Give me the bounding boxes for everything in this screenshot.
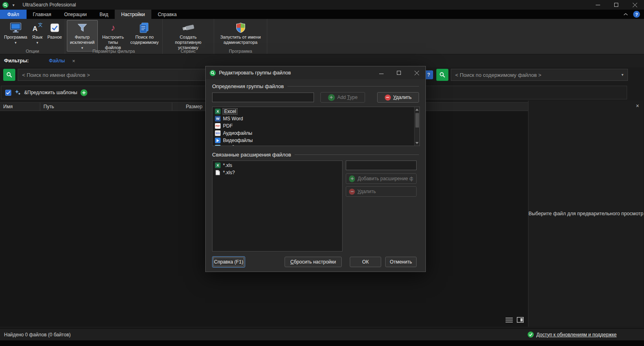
quick-access-caret-icon[interactable]: ▾ (11, 3, 16, 7)
file-types-button[interactable]: ♪ Настроить типы файлов (98, 20, 129, 51)
file-group-row[interactable]: WAV Аудиофайлы (213, 130, 419, 137)
column-header-name[interactable]: Имя (0, 103, 40, 111)
dialog-close-button[interactable] (408, 66, 425, 79)
tab-view[interactable]: Вид (93, 10, 115, 19)
updates-check-icon (528, 332, 534, 338)
updates-support-link[interactable]: Доступ к обновлениям и поддержке (537, 332, 617, 338)
reset-settings-button[interactable]: Сбросить настройки (285, 257, 342, 267)
ribbon-tab-bar: Файл Главная Операции Вид Настройки Спра… (0, 10, 644, 19)
app-logo-icon (2, 2, 8, 8)
extensions-list[interactable]: X *.xls *.xls? (212, 161, 343, 251)
ok-button[interactable]: ОК (350, 257, 381, 267)
title-bar: ▾ UltraSearch Professional (0, 0, 644, 10)
tab-help[interactable]: Справка (151, 10, 183, 19)
content-document-icon (140, 22, 149, 33)
file-groups-scrollbar[interactable] (414, 107, 419, 146)
file-group-row[interactable]: Изображения (213, 144, 419, 146)
dropdown-caret-icon: ▾ (36, 41, 38, 45)
usb-drive-icon (182, 22, 195, 33)
misc-button[interactable]: Разное (45, 20, 64, 41)
run-as-admin-button[interactable]: Запустить от имени администратора (216, 20, 265, 46)
new-group-name-input[interactable] (212, 93, 314, 102)
scroll-down-icon[interactable] (415, 140, 420, 146)
minus-icon (349, 189, 355, 195)
window-bottom-strip (0, 340, 644, 346)
pdf-icon: PDF (215, 123, 221, 129)
column-header-size[interactable]: Размер (172, 103, 206, 111)
checkbox-icon (50, 22, 60, 33)
scroll-up-icon[interactable] (415, 107, 420, 112)
preview-close-icon[interactable]: × (636, 103, 639, 109)
language-button[interactable]: А Язык ▾ (30, 20, 45, 45)
add-type-button[interactable]: Add Type (320, 92, 365, 103)
ribbon-group-program: Запустить от имени администратора Програ… (214, 19, 267, 54)
program-options-label: Программа (4, 35, 27, 40)
delete-extension-button[interactable]: Удалить (346, 186, 417, 197)
list-view-icon[interactable] (506, 317, 513, 323)
minimize-button[interactable] (588, 0, 607, 10)
status-bar: Найдено 0 файлов (0 байтов) Доступ к обн… (0, 328, 644, 340)
music-note-icon: ♪ (111, 22, 115, 33)
language-label: Язык (32, 35, 43, 40)
cancel-button[interactable]: Отменить (385, 257, 417, 267)
status-found-text: Найдено 0 файлов (0 байтов) (4, 332, 71, 338)
tab-home[interactable]: Главная (27, 10, 58, 19)
collapse-ribbon-icon[interactable] (621, 10, 630, 19)
view-toggles (506, 317, 524, 323)
add-extension-button[interactable]: Добавить расширение фай (346, 173, 417, 184)
name-search-icon (3, 69, 15, 81)
program-options-button[interactable]: Программа ▾ (2, 20, 30, 45)
preview-panel: × Выберите файл для предварительного про… (528, 101, 643, 327)
file-groups-list[interactable]: X Excel W MS Word PDF PDF WAV Аудиофайлы… (212, 107, 420, 146)
filter-tab-close-icon[interactable]: × (72, 58, 75, 64)
dialog-title-bar: Редактировать группы файлов (206, 66, 425, 79)
filter-bar: Фильтры: Файлы × (0, 54, 644, 67)
group-label-program: Программа (214, 49, 267, 54)
extension-row[interactable]: X *.xls (213, 162, 342, 169)
section-file-group-definitions: Определения группы файлов (212, 82, 419, 90)
content-search-dropdown-icon[interactable]: ▾ (621, 72, 623, 77)
language-icon: А (32, 22, 43, 33)
close-button[interactable] (625, 0, 644, 10)
scrollbar-thumb[interactable] (415, 113, 419, 128)
tab-file[interactable]: Файл (0, 10, 27, 19)
maximize-button[interactable] (607, 0, 625, 10)
file-group-row[interactable]: W MS Word (213, 115, 419, 122)
add-template-button[interactable] (80, 89, 87, 96)
exclusion-filter-button[interactable]: Фильтр исключений ▾ (67, 20, 98, 51)
run-as-admin-label: Запустить от имени администратора (220, 35, 261, 45)
excel-icon: X (215, 109, 221, 114)
suggest-templates-label: &Предложить шаблоны (24, 90, 77, 95)
file-group-row[interactable]: PDF PDF (213, 122, 419, 130)
exclusion-filter-label: Фильтр исключений ▾ (69, 35, 95, 51)
file-group-row[interactable]: Видеофайлы (213, 137, 419, 144)
dialog-minimize-button[interactable] (372, 66, 390, 79)
delete-group-button[interactable]: Удалить (377, 92, 419, 103)
tab-operations[interactable]: Операции (58, 10, 93, 19)
dialog-maximize-button[interactable] (390, 66, 408, 79)
uac-shield-icon (236, 22, 246, 33)
help-button[interactable]: Справка (F1) (212, 256, 245, 268)
extension-row[interactable]: *.xls? (213, 169, 342, 176)
preview-pane-icon[interactable] (517, 317, 524, 323)
ribbon-group-options: Программа ▾ А Язык ▾ Разное Опции (0, 19, 65, 54)
word-icon: W (215, 116, 221, 122)
content-search-input[interactable] (451, 69, 628, 81)
funnel-icon (77, 22, 87, 33)
filters-label: Фильтры: (4, 58, 29, 64)
monitor-icon (10, 22, 21, 33)
plus-icon (328, 94, 335, 101)
file-group-row[interactable]: X Excel (213, 108, 419, 115)
dialog-body: Определения группы файлов Add Type Удали… (206, 79, 425, 272)
tab-settings[interactable]: Настройки (115, 10, 151, 19)
dialog-app-icon (210, 70, 216, 76)
column-header-path[interactable]: Путь (40, 103, 172, 111)
suggest-templates-checkbox[interactable] (5, 90, 11, 96)
help-icon[interactable]: ? (633, 11, 640, 18)
filter-tab-files[interactable]: Файлы (49, 58, 65, 64)
sparkle-icon (14, 89, 21, 96)
new-extension-input[interactable] (346, 161, 417, 170)
portable-install-button[interactable]: Создать портативную установку (165, 20, 212, 51)
content-search-button[interactable]: Поиск по содержимому (128, 20, 161, 46)
section-related-extensions: Связанные расширения файлов (212, 151, 419, 158)
